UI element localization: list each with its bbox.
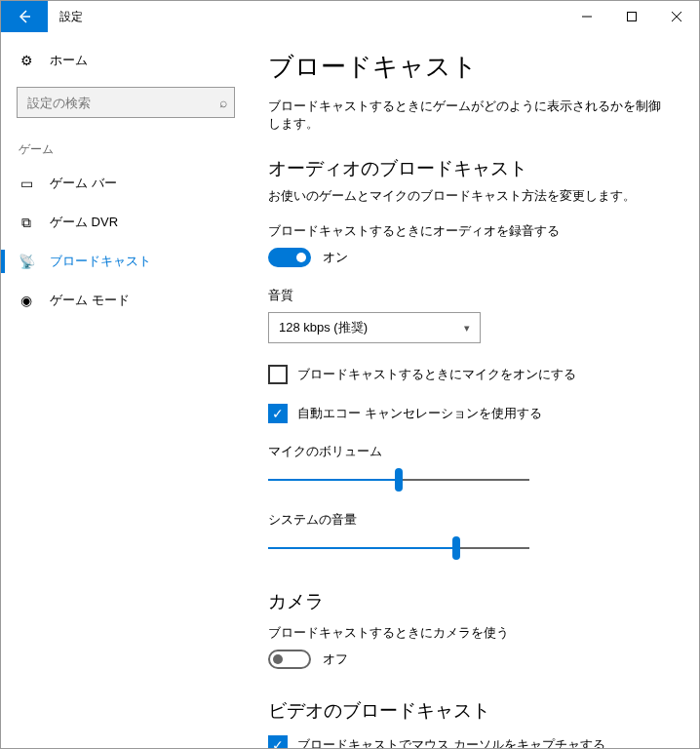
gear-icon: ⚙ <box>19 53 34 68</box>
close-button[interactable] <box>654 1 699 32</box>
minimize-icon <box>582 12 592 21</box>
maximize-icon <box>627 12 637 21</box>
quality-value: 128 kbps (推奨) <box>279 319 368 336</box>
sidebar-item-label: ゲーム DVR <box>50 214 118 231</box>
search-icon: ⌕ <box>219 95 227 110</box>
back-arrow-icon <box>17 9 32 24</box>
back-button[interactable] <box>1 1 48 32</box>
audio-heading: オーディオのブロードキャスト <box>268 156 672 181</box>
gamebar-icon: ▭ <box>19 176 34 191</box>
chevron-down-icon: ▾ <box>464 322 470 335</box>
sidebar-item-gamemode[interactable]: ◉ ゲーム モード <box>1 281 251 320</box>
nav-group-label: ゲーム <box>1 134 251 164</box>
mic-on-checkbox[interactable] <box>268 365 288 384</box>
gamemode-icon: ◉ <box>19 293 34 308</box>
close-icon <box>672 12 681 21</box>
quality-label: 音質 <box>268 287 672 304</box>
broadcast-icon: 📡 <box>19 254 34 269</box>
home-button[interactable]: ⚙ ホーム <box>1 44 251 77</box>
window-title: 設定 <box>48 1 95 32</box>
minimize-button[interactable] <box>564 1 609 32</box>
sidebar-item-gamebar[interactable]: ▭ ゲーム バー <box>1 164 251 203</box>
video-heading: ビデオのブロードキャスト <box>268 698 672 724</box>
cursor-capture-label: ブロードキャストでマウス カーソルをキャプチャする <box>297 736 605 748</box>
sidebar: ⚙ ホーム ⌕ ゲーム ▭ ゲーム バー ⧉ ゲーム DVR 📡 ブロードキャス… <box>1 32 251 748</box>
dvr-icon: ⧉ <box>19 215 34 231</box>
search-input[interactable] <box>17 87 235 118</box>
system-volume-label: システムの音量 <box>268 511 672 529</box>
record-audio-state: オン <box>323 249 348 266</box>
record-audio-toggle[interactable] <box>268 248 311 267</box>
echo-cancel-checkbox[interactable]: ✓ <box>268 404 288 423</box>
cursor-capture-checkbox[interactable]: ✓ <box>268 735 288 748</box>
sidebar-item-label: ゲーム バー <box>50 175 117 192</box>
mic-volume-label: マイクのボリューム <box>268 443 672 460</box>
sidebar-item-label: ゲーム モード <box>50 292 130 309</box>
svg-rect-0 <box>628 13 637 21</box>
sidebar-item-gamedvr[interactable]: ⧉ ゲーム DVR <box>1 203 251 242</box>
page-description: ブロードキャストするときにゲームがどのように表示されるかを制御します。 <box>268 98 672 133</box>
audio-sub: お使いのゲームとマイクのブロードキャスト方法を変更します。 <box>268 187 672 205</box>
mic-on-label: ブロードキャストするときにマイクをオンにする <box>297 366 576 383</box>
camera-use-label: ブロードキャストするときにカメラを使う <box>268 624 672 642</box>
content-pane: ブロードキャスト ブロードキャストするときにゲームがどのように表示されるかを制御… <box>251 32 699 748</box>
system-volume-slider[interactable] <box>268 536 529 560</box>
quality-select[interactable]: 128 kbps (推奨) ▾ <box>268 312 481 343</box>
record-audio-label: ブロードキャストするときにオーディオを録音する <box>268 222 672 240</box>
mic-volume-slider[interactable] <box>268 468 529 492</box>
maximize-button[interactable] <box>609 1 654 32</box>
camera-heading: カメラ <box>268 589 672 614</box>
camera-toggle[interactable] <box>268 650 311 669</box>
sidebar-item-broadcast[interactable]: 📡 ブロードキャスト <box>1 242 251 281</box>
home-label: ホーム <box>50 52 88 69</box>
echo-cancel-label: 自動エコー キャンセレーションを使用する <box>297 405 542 422</box>
sidebar-item-label: ブロードキャスト <box>50 253 151 270</box>
page-title: ブロードキャスト <box>268 50 672 84</box>
camera-state: オフ <box>323 650 348 668</box>
